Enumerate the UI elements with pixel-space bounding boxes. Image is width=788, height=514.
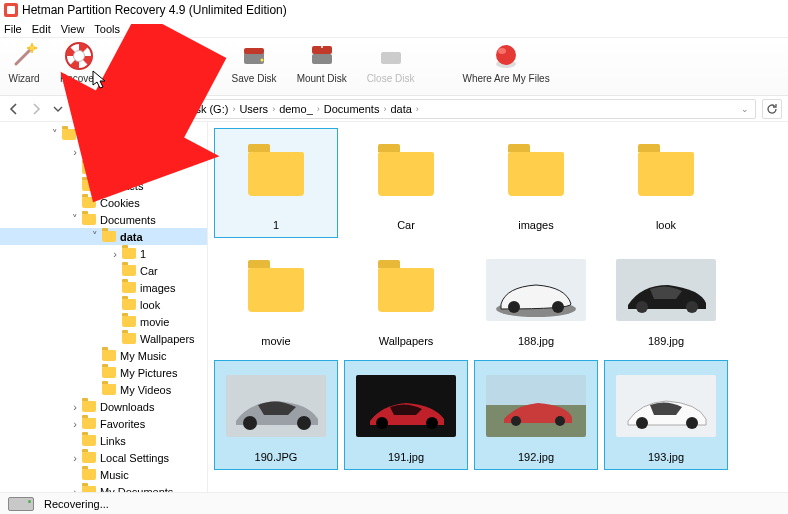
tree-node-appdata[interactable]: ›AppData (0, 143, 207, 160)
refresh-button[interactable] (762, 99, 782, 119)
magnifier-icon (148, 40, 180, 72)
chevron-right-icon: › (272, 104, 275, 114)
crumb-data[interactable]: data (390, 103, 411, 115)
folder-item-car[interactable]: Car (344, 128, 468, 238)
folder-icon (122, 265, 136, 276)
crumb-users[interactable]: Users (239, 103, 268, 115)
svg-point-27 (426, 417, 438, 429)
menu-view[interactable]: View (61, 23, 85, 35)
image-thumbnail (226, 375, 326, 437)
tree-node-music[interactable]: Music (0, 466, 207, 483)
item-label: 191.jpg (388, 451, 424, 463)
findfile-label: Find File (145, 73, 183, 84)
breadcrumb[interactable]: Disk (G:)› Users› demo_› Documents› data… (94, 99, 756, 119)
svg-point-24 (297, 416, 311, 430)
tree-node-contacts[interactable]: Contacts (0, 177, 207, 194)
wand-icon (8, 40, 40, 72)
tree-node-wallpapers[interactable]: Wallpapers (0, 330, 207, 347)
recover-button[interactable]: Recover (60, 40, 97, 84)
svg-point-21 (686, 301, 698, 313)
file-item-189[interactable]: 189.jpg (604, 244, 728, 354)
tree-node-cookies[interactable]: Cookies (0, 194, 207, 211)
wizard-button[interactable]: Wizard (8, 40, 40, 84)
folder-item-1[interactable]: 1 (214, 128, 338, 238)
file-item-191[interactable]: 191.jpg (344, 360, 468, 470)
folder-icon (82, 180, 96, 191)
svg-point-31 (555, 416, 565, 426)
tree-node-mypictures[interactable]: My Pictures (0, 364, 207, 381)
chevron-down-icon[interactable]: ⌄ (741, 104, 749, 114)
nav-dropdown-button[interactable] (50, 101, 66, 117)
tree-node-mydocuments[interactable]: ›My Documents (0, 483, 207, 492)
folder-item-movie[interactable]: movie (214, 244, 338, 354)
file-item-188[interactable]: 188.jpg (474, 244, 598, 354)
tree-node-application[interactable]: Applicati... (0, 160, 207, 177)
findfile-button[interactable]: Find File (145, 40, 183, 84)
lifebuoy-icon (63, 40, 95, 72)
folder-tree[interactable]: ˅dem ›AppData Applicati... Contacts Cook… (0, 122, 208, 492)
folder-item-images[interactable]: images (474, 128, 598, 238)
savedisk-button[interactable]: Save Disk (232, 40, 277, 84)
menu-edit[interactable]: Edit (32, 23, 51, 35)
svg-point-13 (496, 45, 516, 65)
file-item-190[interactable]: 190.JPG (214, 360, 338, 470)
folder-item-look[interactable]: look (604, 128, 728, 238)
folder-icon (82, 469, 96, 480)
nav-back-button[interactable] (6, 101, 22, 117)
tree-node-images[interactable]: images (0, 279, 207, 296)
folder-icon (248, 152, 304, 196)
folder-item-wallpapers[interactable]: Wallpapers (344, 244, 468, 354)
tree-node-myvideos[interactable]: My Videos (0, 381, 207, 398)
tree-node-movie[interactable]: movie (0, 313, 207, 330)
crumb-documents[interactable]: Documents (324, 103, 380, 115)
crumb-demo[interactable]: demo_ (279, 103, 313, 115)
menu-help[interactable]: Help (130, 23, 153, 35)
svg-point-26 (376, 417, 388, 429)
disk-activity-icon (8, 497, 34, 511)
toolbar: Wizard Recover Find File Save Disk Mount… (0, 38, 788, 96)
tree-node-localsettings[interactable]: ›Local Settings (0, 449, 207, 466)
tree-node-car[interactable]: Car (0, 262, 207, 279)
folder-icon (82, 401, 96, 412)
where-button[interactable]: Where Are My Files (462, 40, 549, 84)
folder-icon (102, 350, 116, 361)
tree-node-look[interactable]: look (0, 296, 207, 313)
file-item-193[interactable]: 193.jpg (604, 360, 728, 470)
svg-point-33 (636, 417, 648, 429)
svg-point-4 (73, 51, 84, 62)
svg-point-30 (511, 416, 521, 426)
file-grid[interactable]: 1 Car images look movie Wallpapers 188.j… (208, 122, 788, 492)
nav-up-button[interactable] (72, 101, 88, 117)
nav-bar: Disk (G:)› Users› demo_› Documents› data… (0, 96, 788, 122)
folder-icon (122, 333, 136, 344)
mountdisk-button[interactable]: Mount Disk (297, 40, 347, 84)
folder-icon (82, 452, 96, 463)
nav-forward-button (28, 101, 44, 117)
tree-node-links[interactable]: Links (0, 432, 207, 449)
crumb-disk[interactable]: Disk (G:) (185, 103, 228, 115)
svg-rect-9 (312, 54, 332, 64)
tree-node-downloads[interactable]: ›Downloads (0, 398, 207, 415)
image-thumbnail (486, 375, 586, 437)
folder-icon (122, 248, 136, 259)
svg-point-18 (552, 301, 564, 313)
tree-node-1[interactable]: ›1 (0, 245, 207, 262)
item-label: Wallpapers (379, 335, 434, 347)
tree-node-demo[interactable]: ˅dem (0, 126, 207, 143)
menu-file[interactable]: File (4, 23, 22, 35)
tree-node-mymusic[interactable]: My Music (0, 347, 207, 364)
file-item-192[interactable]: 192.jpg (474, 360, 598, 470)
folder-icon (122, 282, 136, 293)
item-label: look (656, 219, 676, 231)
tree-node-documents[interactable]: ˅Documents (0, 211, 207, 228)
mount-disk-icon (306, 40, 338, 72)
tree-node-favorites[interactable]: ›Favorites (0, 415, 207, 432)
svg-point-34 (686, 417, 698, 429)
chevron-right-icon: › (317, 104, 320, 114)
folder-icon (508, 152, 564, 196)
menu-tools[interactable]: Tools (94, 23, 120, 35)
folder-icon (82, 214, 96, 225)
folder-icon (82, 435, 96, 446)
folder-icon (82, 197, 96, 208)
tree-node-data[interactable]: ˅data (0, 228, 207, 245)
